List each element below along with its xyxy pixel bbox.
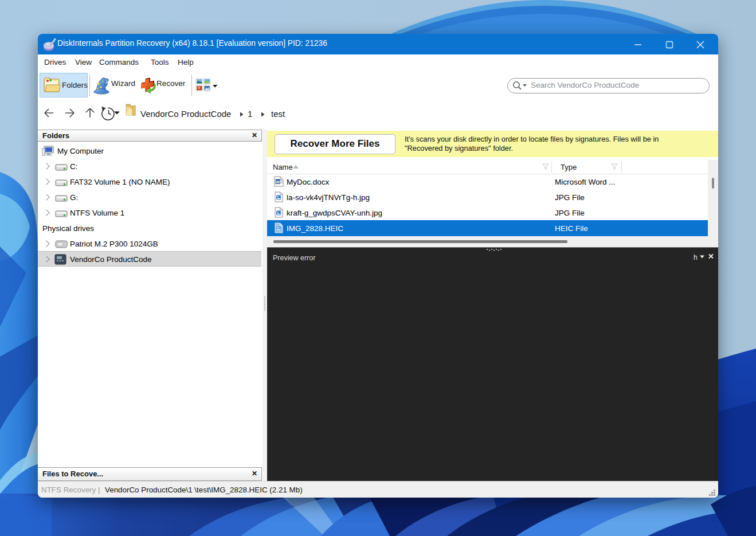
svg-text:W: W	[276, 179, 280, 185]
svg-text:h: h	[694, 253, 698, 261]
